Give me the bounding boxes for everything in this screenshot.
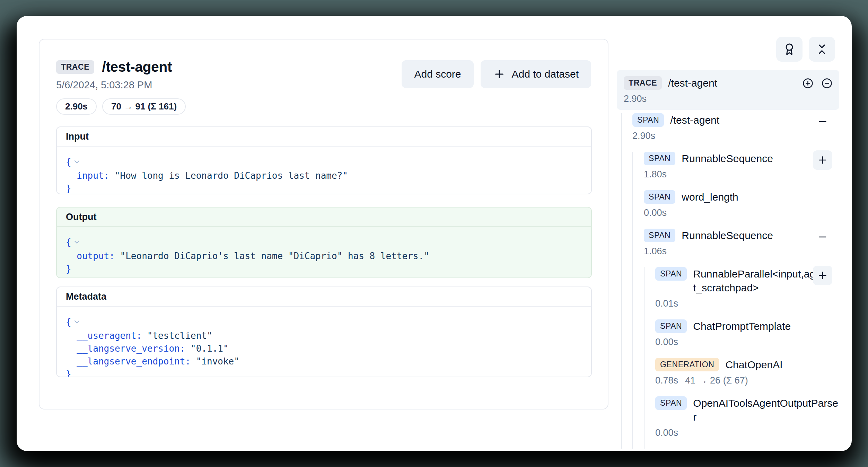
observation-type-badge: SPAN bbox=[644, 152, 675, 165]
tree-indent-guide bbox=[621, 267, 622, 319]
span-row-chatprompttemplate[interactable]: SPANChatPromptTemplate0.00s bbox=[617, 319, 839, 358]
json-value: "testclient" bbox=[147, 331, 212, 341]
observation-type-badge: SPAN bbox=[644, 229, 675, 242]
collapse-node-icon[interactable] bbox=[813, 112, 832, 131]
json-key: __useragent: bbox=[77, 331, 142, 341]
observation-type-badge: SPAN bbox=[655, 319, 687, 333]
node-name: word_length bbox=[682, 190, 738, 204]
metadata-panel: Metadata { __useragent: "testclient" __l… bbox=[56, 287, 592, 377]
node-duration: 0.01s bbox=[655, 298, 678, 309]
tree-indent-guide bbox=[644, 267, 645, 319]
tree-indent-guide bbox=[621, 190, 622, 229]
json-key: input: bbox=[77, 170, 109, 181]
json-value: "0.1.1" bbox=[191, 343, 229, 354]
tree-indent-guide bbox=[621, 113, 622, 152]
span-row-runnableparallel-input-agent-scratchpad-[interactable]: SPANRunnableParallel<input,agent_scratch… bbox=[617, 267, 839, 319]
node-duration: 0.00s bbox=[644, 208, 667, 218]
award-icon bbox=[783, 43, 796, 55]
tree-indent-guide bbox=[632, 190, 633, 229]
tree-indent-guide bbox=[632, 229, 633, 267]
collapse-chevron-icon[interactable] bbox=[73, 157, 81, 169]
tree-indent-guide bbox=[621, 358, 622, 396]
json-value: "Leonardo DiCaprio's last name "DiCaprio… bbox=[120, 251, 429, 261]
trace-type-badge: TRACE bbox=[624, 76, 662, 90]
trace-tree: SPAN/test-agent2.90sSPANRunnableSequence… bbox=[617, 113, 839, 449]
tree-indent-guide bbox=[644, 396, 645, 449]
add-to-dataset-label: Add to dataset bbox=[512, 68, 579, 80]
trace-header: TRACE /test-agent 5/6/2024, 5:03:28 PM 2… bbox=[56, 59, 591, 115]
observation-type-badge: SPAN bbox=[655, 396, 687, 410]
trace-duration: 2.90s bbox=[624, 94, 832, 104]
span-row-openaitoolsagentoutputparser[interactable]: SPANOpenAIToolsAgentOutputParser0.00s bbox=[617, 396, 839, 449]
input-panel-title: Input bbox=[57, 127, 591, 147]
observation-type-badge: SPAN bbox=[632, 113, 664, 127]
json-key: output: bbox=[77, 251, 115, 261]
node-name: /test-agent bbox=[670, 113, 719, 127]
json-key: __langserve_version: bbox=[77, 343, 185, 354]
app-window: TRACE /test-agent 5/6/2024, 5:03:28 PM 2… bbox=[17, 16, 852, 451]
add-to-dataset-button[interactable]: Add to dataset bbox=[481, 60, 591, 88]
json-value: "invoke" bbox=[196, 356, 239, 367]
annotate-button[interactable] bbox=[776, 37, 803, 62]
observation-type-badge: SPAN bbox=[644, 190, 675, 204]
node-duration: 0.00s bbox=[655, 337, 678, 347]
collapse-node-icon[interactable] bbox=[813, 227, 832, 247]
node-duration: 2.90s bbox=[632, 131, 655, 141]
output-panel-title: Output bbox=[57, 208, 591, 227]
trace-detail-card: TRACE /test-agent 5/6/2024, 5:03:28 PM 2… bbox=[39, 39, 608, 409]
tree-indent-guide bbox=[621, 396, 622, 449]
token-usage-badge: 70 → 91 (Σ 161) bbox=[102, 98, 186, 115]
node-token-usage: 41 → 26 (Σ 67) bbox=[685, 375, 748, 386]
node-name: RunnableParallel<input,agent_scratchpad> bbox=[693, 267, 829, 295]
tree-indent-guide bbox=[621, 319, 622, 358]
expand-node-button[interactable] bbox=[813, 266, 832, 285]
collapse-chevron-icon[interactable] bbox=[73, 317, 81, 329]
tree-indent-guide bbox=[621, 152, 622, 190]
metadata-panel-title: Metadata bbox=[57, 287, 591, 307]
node-name: RunnableSequence bbox=[682, 152, 773, 166]
trace-type-badge: TRACE bbox=[56, 60, 94, 74]
tree-indent-guide bbox=[632, 319, 633, 358]
json-open-brace: { bbox=[66, 157, 71, 167]
collapse-tree-icon[interactable] bbox=[822, 78, 832, 89]
node-duration: 1.80s bbox=[644, 169, 667, 179]
collapse-chevron-icon[interactable] bbox=[73, 237, 81, 250]
metadata-json: { __useragent: "testclient" __langserve_… bbox=[57, 307, 591, 377]
input-json: { input: "How long is Leonardo DiCaprios… bbox=[57, 147, 591, 194]
node-name: RunnableSequence bbox=[682, 229, 773, 243]
node-duration: 0.00s bbox=[655, 428, 678, 438]
json-value: "How long is Leonardo DiCaprios last nam… bbox=[115, 170, 348, 181]
trace-tree-sidebar: TRACE /test-agent 2.90s SPAN/test-agent2… bbox=[617, 37, 839, 449]
add-score-button[interactable]: Add score bbox=[402, 60, 473, 88]
json-close-brace: } bbox=[66, 264, 71, 274]
node-duration: 1.06s bbox=[644, 246, 667, 256]
node-name: ChatOpenAI bbox=[725, 358, 782, 372]
span-row-runnablesequence[interactable]: SPANRunnableSequence1.80s bbox=[617, 152, 839, 190]
span-row-word-length[interactable]: SPANword_length0.00s bbox=[617, 190, 839, 229]
span-row-runnablesequence[interactable]: SPANRunnableSequence1.06s bbox=[617, 229, 839, 267]
page-title: /test-agent bbox=[102, 59, 172, 75]
tree-indent-guide bbox=[632, 267, 633, 319]
observation-type-badge: SPAN bbox=[655, 267, 687, 281]
node-name: ChatPromptTemplate bbox=[693, 319, 791, 333]
observation-type-badge: GENERATION bbox=[655, 358, 719, 371]
add-score-label: Add score bbox=[414, 68, 461, 80]
json-close-brace: } bbox=[66, 183, 71, 194]
span-row--test-agent[interactable]: SPAN/test-agent2.90s bbox=[617, 113, 839, 152]
expand-node-button[interactable] bbox=[813, 150, 832, 170]
output-panel: Output { output: "Leonardo DiCaprio's la… bbox=[56, 207, 592, 278]
json-key: __langserve_endpoint: bbox=[77, 356, 191, 367]
collapse-all-button[interactable] bbox=[809, 37, 835, 62]
json-open-brace: { bbox=[66, 237, 71, 247]
tree-indent-guide bbox=[632, 358, 633, 396]
trace-tree-root-row[interactable]: TRACE /test-agent 2.90s bbox=[617, 70, 839, 110]
json-close-brace: } bbox=[66, 369, 71, 377]
expand-all-icon[interactable] bbox=[803, 78, 813, 89]
plus-icon bbox=[493, 68, 506, 80]
node-name: OpenAIToolsAgentOutputParser bbox=[693, 396, 839, 424]
tree-indent-guide bbox=[644, 358, 645, 396]
tree-indent-guide bbox=[621, 229, 622, 267]
latency-badge: 2.90s bbox=[56, 98, 97, 115]
json-open-brace: { bbox=[66, 317, 71, 327]
generation-row-chatopenai[interactable]: GENERATIONChatOpenAI0.78s41 → 26 (Σ 67) bbox=[617, 358, 839, 396]
